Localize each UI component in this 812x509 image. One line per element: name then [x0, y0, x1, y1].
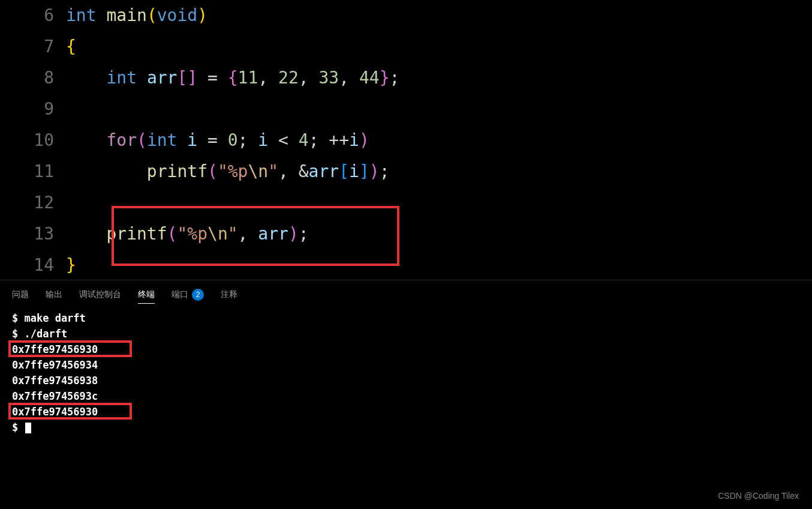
watermark: CSDN @Coding Tilex: [718, 491, 799, 501]
code-line: 6 int main(void): [0, 0, 812, 31]
keyword-void: void: [157, 0, 197, 31]
code-editor[interactable]: 6 int main(void) 7 { 8 int arr[] = {11, …: [0, 0, 812, 280]
code-line: 7 {: [0, 31, 812, 62]
line-number: 8: [0, 62, 66, 94]
terminal-line: 0x7ffe97456930: [12, 404, 800, 420]
tab-ports[interactable]: 端口 2: [172, 289, 204, 301]
terminal-line: $ make darft: [12, 310, 800, 326]
tab-terminal[interactable]: 终端: [138, 289, 155, 300]
ports-badge: 2: [192, 289, 204, 301]
tab-comments[interactable]: 注释: [221, 289, 237, 300]
keyword-for: for: [106, 125, 137, 156]
code-line: 11 printf("%p\n", &arr[i]);: [0, 156, 812, 187]
func-printf: printf: [147, 156, 207, 187]
line-number: 10: [0, 125, 66, 156]
tab-ports-label: 端口: [172, 289, 188, 300]
brace-close: }: [66, 250, 76, 280]
terminal-cursor: [25, 423, 31, 433]
code-line: 8 int arr[] = {11, 22, 33, 44};: [0, 62, 812, 94]
line-number: 14: [0, 250, 66, 280]
code-line: 12: [0, 187, 812, 218]
tab-output[interactable]: 输出: [46, 289, 62, 300]
terminal-line: $ ./darft: [12, 326, 800, 342]
line-number: 6: [0, 0, 66, 31]
terminal-prompt: $: [12, 420, 800, 435]
tab-problems[interactable]: 问题: [12, 289, 29, 300]
code-line: 13 printf("%p\n", arr);: [0, 218, 812, 250]
line-number: 11: [0, 156, 66, 187]
keyword-int: int: [106, 62, 137, 94]
terminal-line: 0x7ffe97456934: [12, 357, 800, 373]
panel-tabs: 问题 输出 调试控制台 终端 端口 2 注释: [0, 280, 812, 308]
keyword-int: int: [66, 0, 97, 31]
terminal-line: 0x7ffe9745693c: [12, 388, 800, 404]
tab-debug-console[interactable]: 调试控制台: [79, 289, 121, 300]
brace-open: {: [66, 31, 76, 62]
line-number: 9: [0, 94, 66, 125]
line-number: 7: [0, 31, 66, 62]
line-number: 12: [0, 187, 66, 218]
func-printf: printf: [106, 218, 167, 250]
code-line: 9: [0, 94, 812, 125]
code-line: 10 for(int i = 0; i < 4; ++i): [0, 125, 812, 156]
func-main: main: [106, 0, 146, 31]
code-line: 14 }: [0, 250, 812, 280]
terminal[interactable]: $ make darft $ ./darft 0x7ffe97456930 0x…: [0, 308, 812, 438]
terminal-line: 0x7ffe97456930: [12, 342, 800, 357]
line-number: 13: [0, 218, 66, 250]
terminal-line: 0x7ffe97456938: [12, 373, 800, 388]
bottom-panel: 问题 输出 调试控制台 终端 端口 2 注释 $ make darft $ ./…: [0, 280, 812, 438]
var-arr: arr: [147, 62, 178, 94]
